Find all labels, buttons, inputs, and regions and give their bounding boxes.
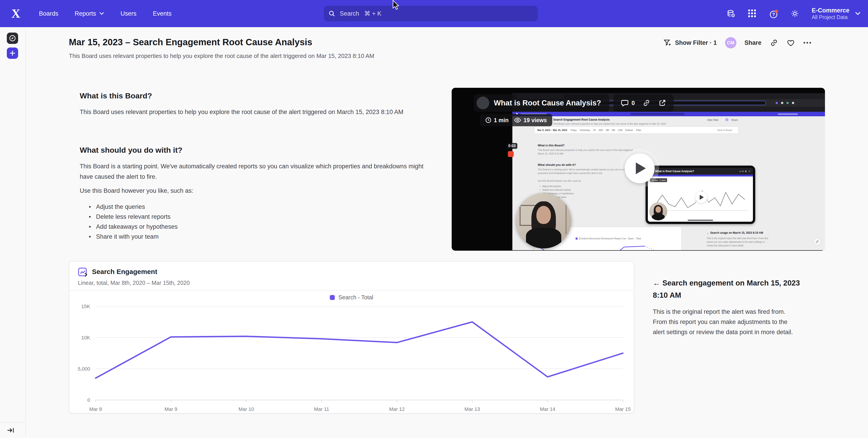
left-rail — [0, 27, 26, 438]
show-filter-label: Show Filter · 1 — [675, 39, 717, 46]
recording-stop-button — [508, 151, 514, 157]
section1-body: This Board uses relevant properties to h… — [80, 107, 417, 117]
mini-sec2-body2: Use this Board however you like, such as… — [538, 179, 635, 183]
rail-footer — [0, 422, 25, 438]
link-icon — [770, 38, 778, 47]
svg-text:Mar 10: Mar 10 — [239, 406, 254, 412]
apps-grid-icon[interactable] — [748, 9, 757, 18]
settings-gear-icon[interactable] — [790, 9, 799, 18]
svg-text:10K: 10K — [81, 335, 90, 340]
user-avatar[interactable]: CM — [725, 37, 736, 48]
tablet-webcam — [649, 202, 667, 221]
mini-save: Save to Board — [717, 129, 732, 132]
presenter-webcam — [516, 193, 571, 248]
intro-bullet: Share it with your team — [89, 232, 178, 242]
chevron-down-icon — [99, 12, 104, 15]
project-name: E-Commerce — [812, 7, 849, 14]
more-options-button[interactable] — [803, 42, 811, 44]
video-stats-pill: 1 min 19 views — [480, 114, 552, 126]
mini-range-default: Default — [624, 128, 634, 132]
aside-title: ← Search engagement on March 15, 2023 8:… — [653, 277, 802, 301]
intro-bullet: Add takeaways or hypotheses — [89, 222, 178, 232]
link-icon — [644, 100, 649, 105]
discover-button[interactable] — [7, 33, 18, 44]
share-button[interactable]: Share — [745, 39, 762, 46]
external-link-icon — [660, 100, 665, 105]
play-icon — [636, 162, 646, 174]
mini-bullet: Adjust the queries — [539, 184, 574, 188]
report-title: Search Engagement — [92, 268, 157, 276]
section2-heading: What should you do with it? — [80, 146, 182, 155]
svg-text:Mar 13: Mar 13 — [465, 406, 480, 412]
intro-bullet-list: Adjust the queriesDelete less relevant r… — [89, 202, 178, 242]
eye-icon — [515, 118, 521, 122]
filter-plus-icon — [663, 39, 672, 47]
video-comments-button[interactable]: 0 — [621, 99, 635, 107]
report-card[interactable]: Search Engagement Linear, total, Mar 8th… — [69, 261, 634, 413]
video-open-external-button[interactable] — [658, 99, 666, 107]
nav-item-reports[interactable]: Reports — [75, 10, 104, 17]
tablet-stats: 18 sec 1 view — [650, 178, 667, 182]
recording-time-badge: 0:03 — [506, 143, 517, 149]
nested-tablet-video: What is Root Cause Analysis? ▭ 0 ⧉ ↗ 18 … — [646, 166, 755, 224]
mini-sec1-body: This Board uses relevant properties to h… — [538, 148, 633, 156]
share-label: Share — [745, 39, 762, 46]
mini-aside: ← Search usage on March 15, 2023 8:10 AM… — [707, 231, 768, 247]
mini-legend-label: [Content Discovery] Omnisearch Report Li… — [579, 237, 641, 240]
mini-float-link-button — [813, 238, 822, 246]
svg-text:15K: 15K — [81, 304, 90, 309]
search-icon — [329, 10, 335, 17]
mini-range-30d: 30D — [598, 128, 604, 132]
mini-share: Share — [731, 119, 738, 121]
video-player[interactable]: Search Engagement Root Cause Analysis Th… — [452, 88, 825, 251]
show-filter-button[interactable]: Show Filter · 1 — [663, 39, 717, 47]
video-play-button[interactable] — [625, 154, 655, 183]
mini-bullet: Delete less relevant reports — [539, 188, 574, 192]
mini-app-nav — [513, 112, 825, 116]
favorite-button[interactable] — [786, 38, 795, 47]
create-new-button[interactable] — [7, 47, 18, 59]
comment-icon — [622, 100, 628, 106]
nav-item-events[interactable]: Events — [153, 10, 172, 17]
mini-sec2-body: This Board is a starting point. We've au… — [538, 168, 635, 175]
page-title: Mar 15, 2023 – Search Engagement Root Ca… — [69, 37, 312, 47]
nav-item-users[interactable]: Users — [121, 10, 136, 17]
tablet-titlebar: What is Root Cause Analysis? ▭ 0 ⧉ ↗ — [648, 168, 753, 175]
app-root: X BoardsReportsUsersEvents ? E-Com — [0, 0, 868, 438]
video-title: What is Root Cause Analysis? — [494, 99, 601, 107]
plus-icon — [9, 50, 16, 56]
data-management-icon[interactable] — [726, 9, 736, 18]
help-icon[interactable]: ? — [769, 9, 778, 18]
mixpanel-logo-icon[interactable]: X — [9, 7, 23, 20]
video-views: 19 views — [524, 117, 547, 124]
line-chart-icon — [78, 267, 88, 277]
search-input[interactable] — [339, 10, 533, 18]
expand-sidebar-button[interactable] — [7, 427, 14, 434]
video-duration: 1 min — [494, 117, 508, 124]
svg-text:?: ? — [772, 12, 775, 17]
legend-swatch — [330, 295, 335, 300]
search-bar[interactable] — [324, 6, 538, 21]
svg-text:Mar 14: Mar 14 — [540, 406, 555, 412]
intro-bullet: Adjust the queries — [89, 202, 178, 212]
copy-link-button[interactable] — [770, 38, 778, 47]
video-copy-link-button[interactable] — [642, 99, 651, 107]
video-actions-pill: 0 — [613, 94, 674, 112]
section1-heading: What is this Board? — [80, 91, 152, 100]
nav-right-cluster: ? E-Commerce All Project Data — [726, 0, 861, 27]
svg-text:Mar 8: Mar 8 — [89, 406, 102, 412]
mini-range-buttons: TodayYesterday7D30D3M6M12MDefault — [569, 128, 634, 132]
top-nav: X BoardsReportsUsersEvents ? E-Com — [0, 0, 868, 27]
tablet-views: 1 view — [660, 179, 666, 181]
chevron-down-icon — [855, 11, 861, 15]
chart-legend: Search - Total — [69, 294, 634, 301]
mini-hide-filter: Hide Filter — [707, 119, 718, 121]
mini-date-range: Mar 9, 2023 – Mar 15, 2023 — [537, 129, 567, 131]
project-selector[interactable]: E-Commerce All Project Data — [812, 7, 861, 21]
compass-icon — [9, 35, 16, 42]
nav-item-boards[interactable]: Boards — [39, 10, 58, 17]
heart-icon — [786, 38, 795, 47]
video-author-avatar — [476, 97, 489, 109]
mini-legend-swatch — [576, 238, 578, 240]
mini-range-12m: 12M — [617, 128, 623, 132]
